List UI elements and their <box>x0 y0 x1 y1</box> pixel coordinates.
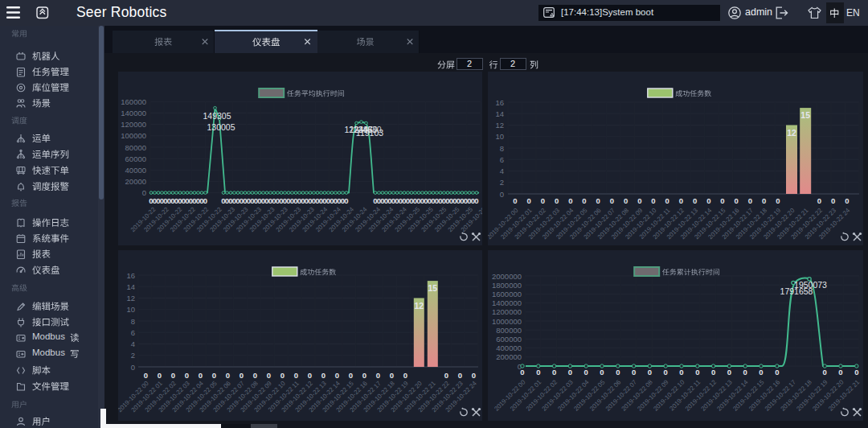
svg-text:0: 0 <box>552 368 556 377</box>
svg-text:4: 4 <box>500 167 504 175</box>
svg-text:12: 12 <box>495 121 504 130</box>
svg-text:0: 0 <box>555 196 559 205</box>
svg-text:14: 14 <box>495 109 504 118</box>
svg-text:40000: 40000 <box>125 166 146 175</box>
svg-text:0: 0 <box>212 371 216 380</box>
svg-text:0: 0 <box>759 368 763 377</box>
svg-text:0: 0 <box>648 368 652 377</box>
svg-text:0: 0 <box>596 196 600 205</box>
svg-text:0: 0 <box>226 371 230 380</box>
svg-text:0: 0 <box>727 368 731 377</box>
svg-text:0: 0 <box>624 196 628 205</box>
svg-text:0: 0 <box>637 196 641 205</box>
svg-text:0: 0 <box>838 368 842 377</box>
svg-text:20000: 20000 <box>125 177 146 186</box>
svg-text:400000: 400000 <box>496 344 522 352</box>
svg-text:2000000: 2000000 <box>492 272 522 281</box>
svg-text:0: 0 <box>199 371 203 380</box>
svg-text:0: 0 <box>776 196 780 205</box>
svg-text:0: 0 <box>349 371 353 380</box>
svg-text:0: 0 <box>584 368 588 377</box>
svg-text:0: 0 <box>171 371 175 380</box>
svg-text:15: 15 <box>800 110 810 120</box>
svg-text:0: 0 <box>142 188 146 197</box>
svg-text:0: 0 <box>679 368 683 377</box>
svg-text:0: 0 <box>472 371 476 380</box>
svg-text:0: 0 <box>775 368 779 377</box>
svg-text:15: 15 <box>428 283 437 293</box>
svg-text:0: 0 <box>520 368 524 377</box>
svg-text:6: 6 <box>131 328 135 337</box>
svg-text:0: 0 <box>344 196 348 205</box>
svg-text:140000: 140000 <box>121 109 146 117</box>
svg-text:0: 0 <box>845 196 849 205</box>
svg-text:1400000: 1400000 <box>492 298 522 307</box>
svg-text:0: 0 <box>706 196 710 205</box>
svg-text:8: 8 <box>500 144 504 153</box>
svg-text:0: 0 <box>267 371 271 380</box>
svg-text:0: 0 <box>665 196 669 205</box>
svg-text:130005: 130005 <box>207 122 235 132</box>
svg-text:0: 0 <box>536 368 540 377</box>
svg-text:0: 0 <box>527 196 531 205</box>
svg-text:0: 0 <box>693 196 697 205</box>
svg-text:160000: 160000 <box>121 97 146 106</box>
svg-text:0: 0 <box>321 371 326 380</box>
svg-text:0: 0 <box>144 371 148 380</box>
svg-text:0: 0 <box>203 196 207 205</box>
svg-text:149305: 149305 <box>203 111 231 121</box>
svg-text:1791658: 1791658 <box>780 286 813 296</box>
svg-text:16: 16 <box>495 98 504 107</box>
svg-text:0: 0 <box>632 368 636 377</box>
svg-text:0: 0 <box>131 363 135 372</box>
svg-text:0: 0 <box>376 371 380 380</box>
svg-text:120000: 120000 <box>121 120 146 129</box>
svg-text:6: 6 <box>500 155 504 164</box>
svg-text:0: 0 <box>679 196 683 205</box>
svg-text:0: 0 <box>158 371 162 380</box>
svg-text:0: 0 <box>335 371 339 380</box>
svg-text:1200000: 1200000 <box>492 307 522 316</box>
svg-text:10: 10 <box>126 305 135 314</box>
svg-text:16: 16 <box>126 271 135 280</box>
svg-text:0: 0 <box>513 196 517 205</box>
svg-text:2: 2 <box>500 178 504 187</box>
svg-text:0: 0 <box>616 368 620 377</box>
svg-text:1600000: 1600000 <box>492 290 522 298</box>
svg-text:0: 0 <box>403 371 407 380</box>
svg-text:0: 0 <box>390 371 394 380</box>
svg-text:0: 0 <box>664 368 668 377</box>
svg-text:0: 0 <box>743 368 747 377</box>
svg-text:0: 0 <box>695 368 699 377</box>
svg-text:0: 0 <box>582 196 586 205</box>
svg-text:119103: 119103 <box>356 128 383 138</box>
svg-text:0: 0 <box>253 371 257 380</box>
svg-text:0: 0 <box>748 196 752 205</box>
svg-text:0: 0 <box>444 371 448 380</box>
svg-text:0: 0 <box>600 368 604 377</box>
svg-text:0: 0 <box>185 371 189 380</box>
svg-text:0: 0 <box>362 371 366 380</box>
svg-text:0: 0 <box>854 368 858 377</box>
svg-text:600000: 600000 <box>496 335 522 344</box>
svg-text:12: 12 <box>787 128 796 138</box>
svg-text:12: 12 <box>126 294 135 302</box>
svg-text:0: 0 <box>762 196 766 205</box>
svg-text:12: 12 <box>414 301 424 311</box>
svg-text:4: 4 <box>131 340 135 348</box>
svg-text:0: 0 <box>280 371 285 380</box>
svg-text:100000: 100000 <box>121 131 146 140</box>
svg-text:0: 0 <box>720 196 724 205</box>
svg-text:0: 0 <box>308 371 312 380</box>
svg-text:0: 0 <box>240 371 244 380</box>
svg-text:0: 0 <box>831 196 835 205</box>
svg-text:0: 0 <box>541 196 545 205</box>
svg-text:0: 0 <box>735 196 739 205</box>
svg-text:80000: 80000 <box>125 143 146 152</box>
svg-text:2: 2 <box>131 351 135 360</box>
svg-text:0: 0 <box>817 196 821 205</box>
svg-text:0: 0 <box>458 371 462 380</box>
svg-text:0: 0 <box>568 196 572 205</box>
svg-text:1000000: 1000000 <box>492 317 522 326</box>
svg-text:0: 0 <box>711 368 715 377</box>
